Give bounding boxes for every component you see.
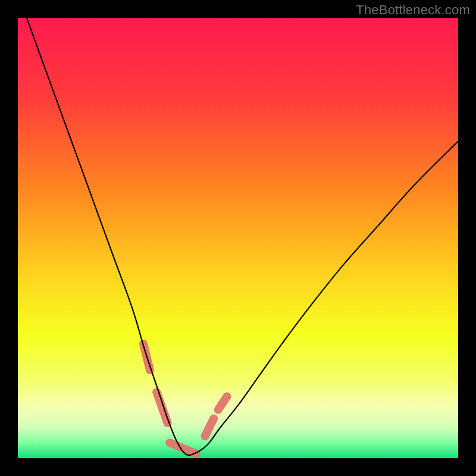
- chart-svg: [18, 18, 458, 458]
- watermark-label: TheBottleneck.com: [356, 2, 470, 18]
- highlight-right-1: [205, 418, 214, 436]
- marker-group: [143, 344, 227, 454]
- app-frame: TheBottleneck.com: [0, 0, 476, 476]
- highlight-left-2: [156, 392, 168, 423]
- bottleneck-curve: [27, 18, 458, 455]
- plot-area: [18, 18, 458, 458]
- highlight-right-2: [218, 396, 227, 409]
